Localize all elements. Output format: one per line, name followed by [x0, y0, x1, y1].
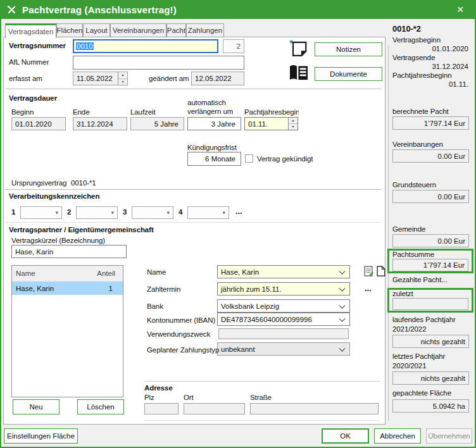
sidebar-pachtjahresbeginn-label: Pachtjahresbeginn — [392, 72, 452, 79]
plz-label: Plz — [144, 394, 154, 401]
spinner-down-icon: ▼ — [289, 124, 298, 130]
verlaengern-input[interactable]: 3 Jahre — [187, 117, 241, 130]
new-document-icon[interactable] — [377, 266, 385, 277]
gezahlte-pacht-label: Gezahlte Pacht... — [392, 276, 448, 283]
vertragsende-label: Vertragsende — [392, 54, 435, 61]
beginn-label: Beginn — [11, 108, 34, 116]
loeschen-button[interactable]: Löschen — [77, 399, 124, 414]
vertrag-gekuendigt-checkbox[interactable] — [245, 154, 253, 163]
kennzeichen-1-label: 1 — [11, 208, 15, 216]
column-anteil: Anteil — [84, 270, 123, 277]
zahltermin-combo[interactable]: jährlich zum 15.11. — [217, 282, 350, 296]
letztes-pachtjahr-label: letztes Pachtjahr — [392, 352, 445, 360]
einstellungen-flaeche-button[interactable]: Einstellungen Fläche — [4, 428, 78, 444]
ok-button[interactable]: OK — [322, 428, 369, 444]
iban-combo[interactable]: DE47873456040000099996 — [217, 313, 350, 326]
letztes-pachtjahr-field: nichts gezahlt — [392, 371, 469, 385]
pachtjahresbeginn-input[interactable]: 01.11. ▲▼ — [244, 117, 298, 130]
afl-nummer-input[interactable] — [73, 56, 244, 70]
tab-vertragsdaten[interactable]: Vertragsdaten — [5, 23, 56, 38]
berechnete-pacht-value: 1’797.14 Eur — [424, 120, 465, 127]
laufendes-pachtjahr-label: laufendes Pachtjahr — [392, 316, 456, 323]
vertragsnummer-counter: 2 — [223, 39, 244, 53]
sidebar-pachtjahresbeginn-value: 01.11. — [449, 80, 468, 88]
kennzeichen-2-label: 2 — [67, 208, 71, 216]
zahlungstyp-combo[interactable]: unbekannt — [217, 342, 350, 356]
grundsteuern-value: 0.00 Eur — [438, 193, 465, 201]
ende-value: 31.12.2024 — [77, 120, 113, 128]
verwendungszweck-field — [218, 328, 349, 339]
row-name: Hase, Karin — [12, 285, 84, 292]
divider — [5, 222, 381, 223]
adresse-header: Adresse — [144, 384, 173, 392]
kuendigungsfrist-input[interactable]: 6 Monate — [187, 152, 241, 166]
tab-zahlungen[interactable]: Zahlungen — [186, 23, 224, 37]
book-icon — [288, 64, 310, 82]
tab-layout[interactable]: Layout — [83, 23, 110, 37]
bank-value: Volksbank Leipzig — [221, 302, 279, 310]
tab-flaechen[interactable]: Flächen — [56, 23, 83, 37]
kennzeichen-more-button[interactable]: ... — [235, 206, 242, 216]
vertragsbeginn-label: Vertragsbeginn — [392, 36, 441, 44]
neu-button[interactable]: Neu — [13, 399, 60, 414]
vertragsende-value: 31.12.2024 — [432, 63, 468, 70]
kennzeichen-2-dropdown[interactable] — [76, 206, 118, 219]
kuendigungsfrist-value: 6 Monate — [205, 155, 235, 163]
name-combo[interactable]: Hase, Karin — [217, 265, 350, 278]
pachtjahresbeginn-value: 01.11. — [248, 120, 268, 128]
sidebar-title: 0010-*2 — [392, 24, 421, 34]
plz-field — [144, 403, 178, 414]
berechnete-pacht-label: berechnete Pacht — [392, 108, 449, 115]
erfasst-am-input[interactable]: 11.05.2022 ▲▼ — [73, 72, 128, 85]
ursprungsvertrag-value: 0010-*1 — [71, 179, 96, 187]
divider — [5, 89, 381, 89]
iban-value: DE47873456040000099996 — [221, 316, 312, 323]
verlaengern-label-2: verlängern um — [187, 108, 233, 115]
gepachtete-flaeche-field: 5.0942 ha — [392, 399, 469, 413]
kuerzel-value: Hase, Karin — [15, 248, 53, 256]
abbrechen-button[interactable]: Abbrechen — [374, 428, 421, 444]
beginn-field: 01.01.2020 — [11, 117, 66, 130]
note-icon — [289, 40, 308, 57]
tab-vereinbarungen[interactable]: Vereinbarungen — [110, 23, 166, 37]
kennzeichen-3-dropdown[interactable] — [132, 206, 173, 219]
geaendert-am-label: geändert am — [149, 75, 189, 82]
divider — [5, 189, 381, 190]
pachtjahresbeginn-label: Pachtjahresbeginn — [244, 108, 299, 116]
dokumente-button[interactable]: Dokumente — [315, 67, 382, 81]
kuerzel-input[interactable]: Hase, Karin — [11, 245, 127, 258]
tab-pacht[interactable]: Pacht — [166, 23, 186, 37]
kennzeichen-1-dropdown[interactable] — [20, 206, 62, 219]
geaendert-am-value: 12.05.2022 — [195, 75, 232, 82]
partner-header: Vertragspartner / Eigentümergemeinschaft — [9, 226, 154, 233]
partner-table: Name Anteil Hase, Karin 1 — [11, 265, 123, 397]
vertragsnummer-input[interactable]: 0010 — [73, 39, 218, 53]
zahlungstyp-value: unbekannt — [221, 345, 255, 353]
zahltermin-label: Zahltermin — [147, 285, 180, 293]
vereinbarungen-label: Vereinbarungen — [392, 140, 443, 148]
gepachtete-flaeche-value: 5.0942 ha — [433, 402, 465, 410]
kuerzel-label: Vertragskürzel (Bezeichnung) — [11, 237, 105, 244]
vereinbarungen-value: 0.00 Eur — [438, 152, 465, 160]
erfasst-am-spinner[interactable]: ▲▼ — [118, 72, 128, 85]
kennzeichen-4-dropdown[interactable] — [187, 206, 229, 219]
column-name: Name — [12, 270, 84, 277]
table-row[interactable]: Hase, Karin 1 — [12, 282, 123, 295]
kennzeichen-4-label: 4 — [178, 208, 182, 216]
edit-document-icon[interactable] — [364, 266, 373, 277]
gemeinde-value: 0.00 Eur — [438, 237, 465, 245]
close-button[interactable]: ✕ — [449, 0, 471, 19]
zahltermin-more-button[interactable]: ... — [365, 283, 372, 293]
vertrag-gekuendigt-label: Vertrag gekündigt — [257, 155, 313, 163]
bank-combo[interactable]: Volksbank Leipzig — [217, 299, 350, 313]
berechnete-pacht-field: 1’797.14 Eur — [392, 116, 469, 130]
zahlungstyp-label: Geplanter Zahlungstyp — [147, 346, 219, 354]
gepachtete-flaeche-label: gepachtete Fläche — [392, 389, 451, 397]
name-value: Hase, Karin — [221, 268, 259, 276]
notizen-button[interactable]: Notizen — [315, 42, 382, 56]
vertragsbeginn-value: 01.01.2020 — [432, 45, 468, 53]
erfasst-am-value: 11.05.2022 — [77, 75, 113, 82]
ende-label: Ende — [73, 108, 89, 116]
pachtjahresbeginn-spinner[interactable]: ▲▼ — [288, 117, 298, 130]
verlaengern-value: 3 Jahre — [211, 120, 235, 128]
